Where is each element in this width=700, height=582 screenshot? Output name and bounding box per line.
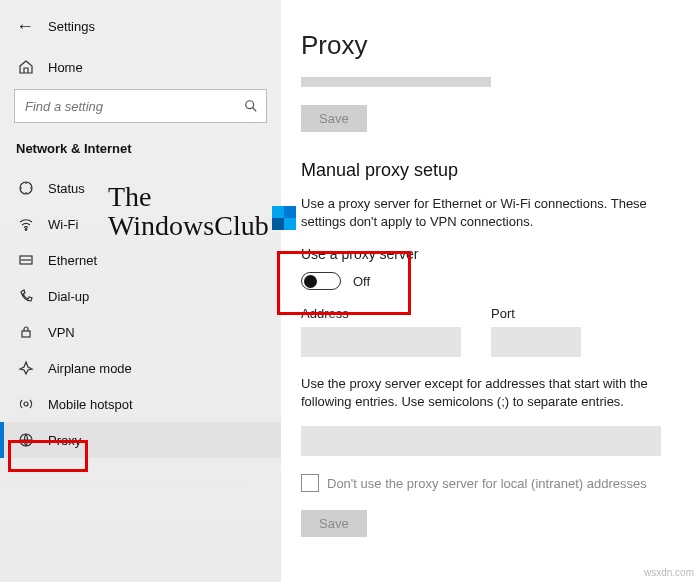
home-label: Home (48, 60, 83, 75)
use-proxy-label: Use a proxy server (301, 246, 688, 262)
sidebar-item-label: Wi-Fi (48, 217, 78, 232)
exceptions-description: Use the proxy server except for addresse… (301, 375, 688, 410)
sidebar-item-vpn[interactable]: VPN (0, 314, 281, 350)
toggle-state-label: Off (353, 274, 370, 289)
port-label: Port (491, 306, 581, 321)
address-label: Address (301, 306, 461, 321)
ethernet-icon (18, 252, 34, 268)
local-intranet-checkbox[interactable] (301, 474, 319, 492)
sidebar-item-label: Airplane mode (48, 361, 132, 376)
hotspot-icon (18, 396, 34, 412)
save-button-bottom[interactable]: Save (301, 510, 367, 537)
section-description: Use a proxy server for Ethernet or Wi-Fi… (301, 195, 688, 230)
sidebar-item-dialup[interactable]: Dial-up (0, 278, 281, 314)
section-title: Manual proxy setup (301, 160, 688, 181)
search-icon (244, 99, 258, 113)
svg-point-5 (24, 402, 28, 406)
page-title: Proxy (301, 30, 688, 61)
home-nav[interactable]: Home (0, 51, 281, 89)
nav-list: Status Wi-Fi Ethernet Dial-up VPN Airpla… (0, 170, 281, 458)
address-input[interactable] (301, 327, 461, 357)
search-input[interactable] (25, 99, 244, 114)
sidebar-item-label: Status (48, 181, 85, 196)
home-icon (18, 59, 34, 75)
airplane-icon (18, 360, 34, 376)
settings-app: ← Settings Home Network & Internet Statu… (0, 0, 700, 582)
port-field: Port (491, 306, 581, 357)
svg-point-0 (246, 101, 254, 109)
local-intranet-label: Don't use the proxy server for local (in… (327, 476, 647, 491)
sidebar-item-ethernet[interactable]: Ethernet (0, 242, 281, 278)
main-panel: Proxy Save Manual proxy setup Use a prox… (281, 0, 700, 582)
use-proxy-toggle[interactable] (301, 272, 341, 290)
sidebar-item-label: Proxy (48, 433, 81, 448)
address-field: Address (301, 306, 461, 357)
sidebar-item-label: Mobile hotspot (48, 397, 133, 412)
status-icon (18, 180, 34, 196)
vpn-icon (18, 324, 34, 340)
sidebar-item-label: Ethernet (48, 253, 97, 268)
save-button-top[interactable]: Save (301, 105, 367, 132)
proxy-icon (18, 432, 34, 448)
sidebar-item-status[interactable]: Status (0, 170, 281, 206)
sidebar-item-wifi[interactable]: Wi-Fi (0, 206, 281, 242)
source-watermark: wsxdn.com (644, 567, 694, 578)
svg-rect-4 (22, 331, 30, 337)
wifi-icon (18, 216, 34, 232)
disabled-input-bar (301, 77, 491, 87)
sidebar: ← Settings Home Network & Internet Statu… (0, 0, 281, 582)
sidebar-item-label: VPN (48, 325, 75, 340)
sidebar-item-proxy[interactable]: Proxy (0, 422, 281, 458)
sidebar-item-label: Dial-up (48, 289, 89, 304)
back-button[interactable]: ← (16, 16, 34, 37)
port-input[interactable] (491, 327, 581, 357)
svg-point-2 (25, 229, 27, 231)
sidebar-item-airplane[interactable]: Airplane mode (0, 350, 281, 386)
search-box[interactable] (14, 89, 267, 123)
sidebar-item-hotspot[interactable]: Mobile hotspot (0, 386, 281, 422)
exceptions-input[interactable] (301, 426, 661, 456)
section-header: Network & Internet (0, 141, 281, 170)
dialup-icon (18, 288, 34, 304)
settings-title: Settings (48, 19, 95, 34)
